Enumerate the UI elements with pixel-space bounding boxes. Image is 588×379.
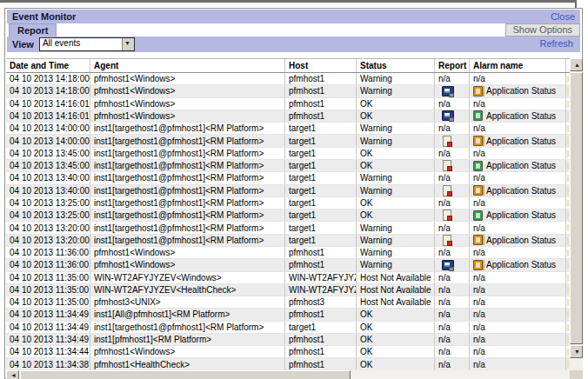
cell-alarm-name: n/a xyxy=(470,296,566,308)
cell-alarm-name: n/a xyxy=(470,334,566,345)
show-options-button[interactable]: Show Options xyxy=(505,23,580,37)
cell-alarm-name: n/a xyxy=(470,222,566,233)
cell-status: Warning xyxy=(357,235,435,246)
alarm-status-icon[interactable] xyxy=(473,110,483,121)
horizontal-scroll-thumb[interactable] xyxy=(20,370,351,379)
alarm-status-icon[interactable] xyxy=(473,185,483,196)
column-header-host: Host xyxy=(285,59,357,72)
cell-datetime: 04 10 2013 13:20:00 xyxy=(6,222,90,233)
cell-report xyxy=(435,85,470,96)
report-drilldown-page-icon[interactable] xyxy=(443,209,451,221)
cell-host: target1 xyxy=(285,185,357,196)
vertical-scrollbar[interactable] xyxy=(570,58,583,370)
event-row: 04 10 2013 14:00:00inst1[targethost1@pfm… xyxy=(6,135,570,147)
cell-alarm-name: n/a xyxy=(470,123,566,134)
cell-status: Warning xyxy=(357,85,435,96)
cell-status: Warning xyxy=(357,172,435,183)
alarm-status-icon[interactable] xyxy=(473,235,483,245)
cell-agent: inst1[targethost1@pfmhost1]<RM Platform> xyxy=(90,209,285,221)
view-select[interactable]: All events xyxy=(39,37,135,51)
alarm-status-icon[interactable] xyxy=(473,161,483,171)
cell-status: Warning xyxy=(357,222,435,233)
event-row: 04 10 2013 11:34:38pfmhost1<HealthCheck>… xyxy=(6,358,570,370)
event-monitor-window: Event Monitor Close Report Show Options … xyxy=(4,8,583,379)
cell-datetime: 04 10 2013 11:35:00 xyxy=(6,272,90,283)
alarm-status-icon[interactable] xyxy=(473,136,483,146)
cell-agent: inst1[targethost1@pfmhost1]<RM Platform> xyxy=(90,172,285,183)
column-header-status: Status xyxy=(357,59,435,72)
cell-datetime: 04 10 2013 14:16:01 xyxy=(6,110,90,122)
cell-report: n/a xyxy=(435,98,470,110)
cell-status: OK xyxy=(357,148,435,159)
cell-status: Host Not Available xyxy=(357,284,435,296)
cell-status: OK xyxy=(357,358,435,369)
cell-agent: pfmhost1<Windows> xyxy=(90,259,285,270)
report-drilldown-page-icon[interactable] xyxy=(443,235,451,246)
cell-report xyxy=(435,110,470,122)
cell-host: target1 xyxy=(285,123,357,134)
cell-agent: pfmhost3<UNIX> xyxy=(90,296,285,308)
scroll-down-icon[interactable] xyxy=(570,345,583,358)
scrollbar-corner xyxy=(570,370,583,379)
cell-host: target1 xyxy=(285,197,357,209)
cell-host: target1 xyxy=(285,322,357,333)
vertical-scroll-thumb[interactable] xyxy=(570,72,583,344)
alarm-status-icon[interactable] xyxy=(473,210,483,221)
chevron-down-icon[interactable] xyxy=(122,38,134,50)
cell-alarm-name: n/a xyxy=(470,284,566,296)
cell-alarm-name: Application Status xyxy=(470,185,566,196)
alarm-status-icon[interactable] xyxy=(473,260,483,270)
report-monitor-icon[interactable] xyxy=(442,260,454,270)
cell-host: pfmhost1 xyxy=(285,358,357,369)
cell-datetime: 04 10 2013 14:16:01 xyxy=(6,98,90,110)
scroll-up-icon[interactable] xyxy=(570,58,583,71)
event-row: 04 10 2013 14:16:01pfmhost1<Windows>pfmh… xyxy=(6,110,570,123)
event-row: 04 10 2013 13:20:00inst1[targethost1@pfm… xyxy=(6,235,570,247)
cell-agent: pfmhost1<Windows> xyxy=(90,110,285,122)
tab-row: Report Show Options xyxy=(7,23,580,37)
horizontal-scrollbar[interactable] xyxy=(6,370,570,379)
tab-report[interactable]: Report xyxy=(9,23,57,37)
table-body: 04 10 2013 14:18:00pfmhost1<Windows>pfmh… xyxy=(6,73,570,371)
cell-host: target1 xyxy=(285,222,357,233)
cell-datetime: 04 10 2013 14:18:00 xyxy=(6,73,90,84)
report-drilldown-page-icon[interactable] xyxy=(443,136,451,147)
column-header-date-and-time: Date and Time xyxy=(6,59,90,72)
event-table: Date and TimeAgentHostStatusReportAlarm … xyxy=(6,58,570,371)
cell-datetime: 04 10 2013 11:35:00 xyxy=(6,284,90,296)
cell-status: OK xyxy=(357,209,435,221)
view-row: View All events Refresh xyxy=(7,37,580,52)
cell-status: Host Not Available xyxy=(357,272,435,283)
report-drilldown-page-icon[interactable] xyxy=(443,185,451,196)
scroll-left-icon[interactable] xyxy=(6,370,19,379)
close-link[interactable]: Close xyxy=(551,11,575,22)
cell-agent: WIN-WT2AFYJYZEV<Windows> xyxy=(90,272,285,283)
cell-host: pfmhost1 xyxy=(285,247,357,258)
event-row: 04 10 2013 11:35:00WIN-WT2AFYJYZEV<Healt… xyxy=(6,284,570,296)
cell-agent: inst1[targethost1@pfmhost1]<RM Platform> xyxy=(90,123,285,134)
cell-status: Host Not Available xyxy=(357,296,435,308)
cell-status: OK xyxy=(357,309,435,320)
cell-report: n/a xyxy=(435,172,470,183)
cell-agent: inst1[targethost1@pfmhost1]<RM Platform> xyxy=(90,185,285,196)
column-header-alarm-name: Alarm name xyxy=(470,59,566,72)
event-row: 04 10 2013 14:18:00pfmhost1<Windows>pfmh… xyxy=(6,73,570,85)
alarm-status-icon[interactable] xyxy=(473,86,483,96)
report-monitor-icon[interactable] xyxy=(442,86,454,96)
cell-datetime: 04 10 2013 14:18:00 xyxy=(6,85,90,96)
refresh-link[interactable]: Refresh xyxy=(539,38,573,49)
cell-datetime: 04 10 2013 11:34:49 xyxy=(6,334,90,345)
cell-report: n/a xyxy=(435,346,470,357)
cell-host: WIN-WT2AFYJYZEV xyxy=(285,272,357,283)
event-row: 04 10 2013 13:40:00inst1[targethost1@pfm… xyxy=(6,172,570,184)
cell-agent: inst1[targethost1@pfmhost1]<RM Platform> xyxy=(90,222,285,233)
cell-alarm-name: n/a xyxy=(470,73,566,84)
event-row: 04 10 2013 11:34:49inst1[All@pfmhost1]<R… xyxy=(6,309,570,321)
event-row: 04 10 2013 13:25:00inst1[targethost1@pfm… xyxy=(6,209,570,222)
cell-alarm-name: Application Status xyxy=(470,235,566,246)
cell-alarm-name: n/a xyxy=(470,247,566,258)
report-monitor-icon[interactable] xyxy=(442,110,454,121)
report-drilldown-page-icon[interactable] xyxy=(443,160,451,171)
cell-host: pfmhost1 xyxy=(285,73,357,84)
cell-datetime: 04 10 2013 13:40:00 xyxy=(6,172,90,183)
